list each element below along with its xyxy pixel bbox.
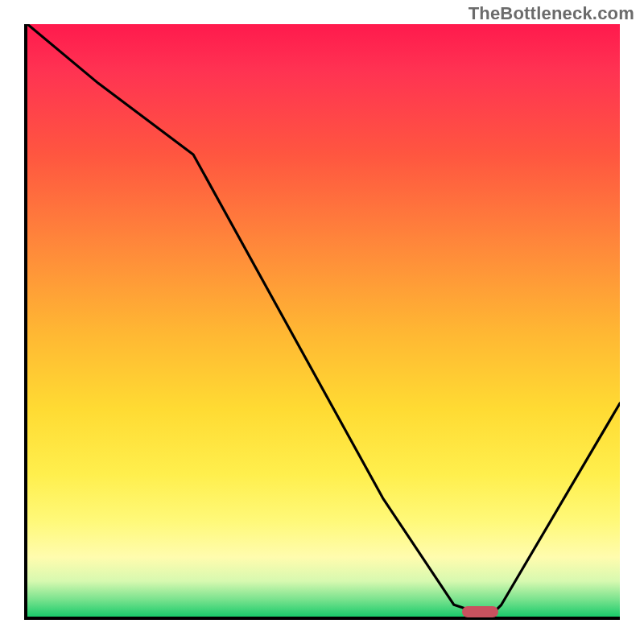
optimal-marker	[462, 606, 497, 617]
plot-area	[24, 24, 620, 620]
bottleneck-curve	[27, 24, 620, 617]
chart-container: TheBottleneck.com	[0, 0, 644, 644]
watermark-text: TheBottleneck.com	[469, 3, 634, 24]
curve-layer	[27, 24, 620, 617]
